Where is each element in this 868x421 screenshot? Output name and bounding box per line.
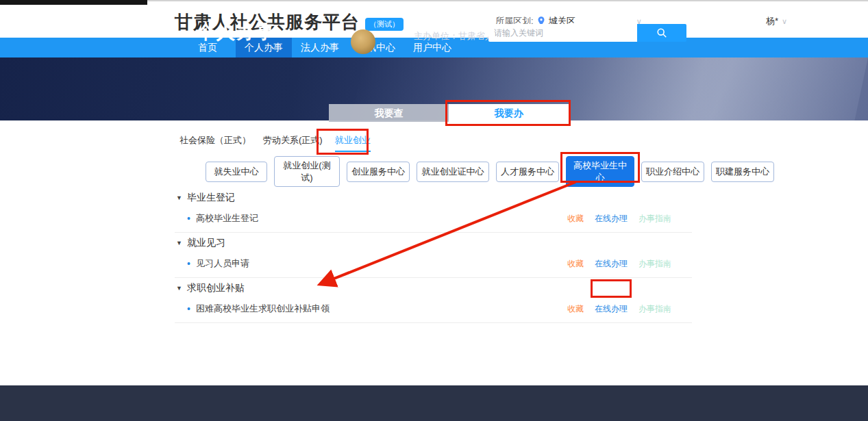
service-row: • 高校毕业生登记 收藏 在线办理 办事指南: [175, 207, 692, 233]
national-emblem-logo: [351, 29, 375, 54]
center-talent-service[interactable]: 人才服务中心: [496, 162, 559, 182]
bullet-icon: •: [187, 258, 190, 269]
group-title: 毕业生登记: [187, 192, 235, 204]
search-box: [488, 24, 686, 42]
center-vocational-service[interactable]: 职建服务中心: [711, 162, 774, 182]
service-name-wrap: • 见习人员申请: [187, 257, 249, 270]
service-actions: 收藏 在线办理 办事指南: [567, 213, 671, 225]
center-employment-cert[interactable]: 就业创业证中心: [417, 162, 489, 182]
group-title: 就业见习: [187, 237, 225, 249]
service-actions: 收藏 在线办理 办事指南: [567, 258, 671, 270]
tab-i-want-to-query[interactable]: 我要查: [329, 104, 449, 122]
service-name: 困难高校毕业生求职创业补贴申领: [196, 303, 330, 315]
service-list: ▼ 毕业生登记 • 高校毕业生登记 收藏 在线办理 办事指南 ▼ 就业见习 • …: [175, 188, 692, 323]
group-internship[interactable]: ▼ 就业见习: [175, 233, 692, 253]
bullet-icon: •: [187, 213, 190, 224]
user-menu[interactable]: 杨* ∨: [766, 15, 787, 27]
favorite-link[interactable]: 收藏: [567, 258, 584, 270]
chevron-down-icon: ∨: [782, 17, 787, 26]
search-input[interactable]: [488, 24, 637, 42]
guide-link[interactable]: 办事指南: [638, 303, 671, 315]
service-name: 高校毕业生登记: [196, 212, 258, 225]
favorite-link[interactable]: 收藏: [567, 303, 584, 315]
group-job-subsidy[interactable]: ▼ 求职创业补贴: [175, 278, 692, 298]
service-name-wrap: • 困难高校毕业生求职创业补贴申领: [187, 303, 330, 315]
center-college-graduates[interactable]: 高校毕业生中心: [566, 156, 634, 187]
collapse-triangle-icon: ▼: [176, 240, 182, 246]
collapse-triangle-icon: ▼: [176, 285, 182, 292]
bullet-icon: •: [187, 303, 190, 314]
service-actions: 收藏 在线办理 办事指南: [567, 303, 671, 315]
guide-link[interactable]: 办事指南: [638, 213, 671, 225]
service-name: 见习人员申请: [196, 257, 249, 270]
center-employment-test[interactable]: 就业创业(测试): [274, 156, 340, 187]
search-button[interactable]: [637, 24, 686, 42]
guide-link[interactable]: 办事指南: [638, 258, 671, 270]
category-labor-relations[interactable]: 劳动关系(正式): [263, 134, 323, 152]
service-row: • 困难高校毕业生求职创业补贴申领 收藏 在线办理 办事指南: [175, 298, 692, 323]
service-row: • 见习人员申请 收藏 在线办理 办事指南: [175, 253, 692, 278]
category-social-insurance[interactable]: 社会保险（正式）: [179, 134, 251, 152]
page-title: 个人办事: [197, 20, 276, 44]
group-title: 求职创业补贴: [187, 282, 245, 294]
collapse-triangle-icon: ▼: [176, 194, 182, 201]
top-black-bar: [0, 0, 147, 5]
magnifier-icon: [656, 27, 667, 38]
center-buttons: 就失业中心 就业创业(测试) 创业服务中心 就业创业证中心 人才服务中心 高校毕…: [206, 156, 781, 187]
footer: [0, 385, 868, 421]
user-name: 杨*: [766, 15, 778, 27]
page: 甘肃人社公共服务平台 （测试） 所属区划: 城关区 ∨ 杨* ∨ 首页 个人办事…: [0, 0, 868, 421]
favorite-link[interactable]: 收藏: [567, 213, 584, 225]
center-unemployment[interactable]: 就失业中心: [206, 162, 267, 182]
center-entrepreneurship-service[interactable]: 创业服务中心: [347, 162, 410, 182]
online-handle-link[interactable]: 在线办理: [595, 303, 628, 315]
service-name-wrap: • 高校毕业生登记: [187, 212, 258, 225]
center-job-introduction[interactable]: 职业介绍中心: [641, 162, 704, 182]
tab-i-want-to-handle[interactable]: 我要办: [449, 104, 569, 122]
online-handle-link[interactable]: 在线办理: [595, 213, 628, 225]
online-handle-link[interactable]: 在线办理: [595, 258, 628, 270]
category-tabs: 社会保险（正式） 劳动关系(正式) 就业创业: [179, 134, 371, 152]
category-employment-entrepreneurship[interactable]: 就业创业: [335, 134, 371, 152]
test-badge: （测试）: [365, 18, 404, 31]
group-graduate-registration[interactable]: ▼ 毕业生登记: [175, 188, 692, 207]
mode-tabs: 我要查 我要办: [329, 104, 569, 122]
nav-item-legal[interactable]: 法人办事: [292, 38, 348, 58]
